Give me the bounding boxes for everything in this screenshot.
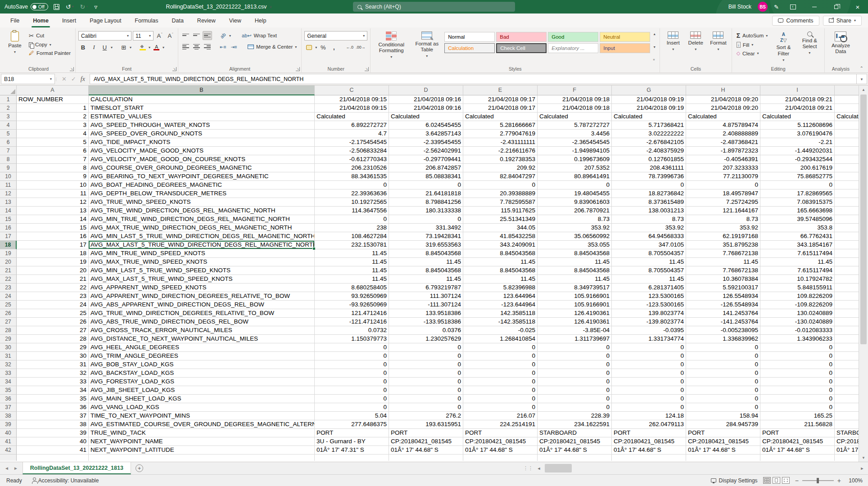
cell-H7[interactable]: -1.897872323 <box>686 147 760 155</box>
cell-E38[interactable]: 216.07 <box>463 412 538 420</box>
cell-B29[interactable]: AVG_DISTANCE_TO_NEXT_WAYPOINT_NAUTICAL_M… <box>89 335 315 343</box>
font-size-select[interactable]: 11▾ <box>133 31 154 40</box>
cell-I3[interactable]: Calculated <box>760 112 835 121</box>
cell-D14[interactable]: 180.3133338 <box>389 207 463 215</box>
cell-B21[interactable]: AVG_MIN_LAST_5_TRUE_WIND_SPEED_KNOTS <box>89 266 315 275</box>
cell-D39[interactable]: 193.6315951 <box>389 420 463 429</box>
column-header-I[interactable]: I <box>760 86 835 95</box>
cell-C10[interactable]: 88.34361535 <box>315 172 389 181</box>
minimize-button[interactable] <box>807 0 822 14</box>
cell-B17[interactable]: AVG_MIN_LAST_5_TRUE_WIND_DIRECTION_DEGS_… <box>89 232 315 241</box>
autosave-toggle[interactable]: AutoSave Off <box>5 3 48 10</box>
cell-D37[interactable]: 0 <box>389 403 463 412</box>
collapse-ribbon-button[interactable]: ⌃ <box>860 66 863 71</box>
cell-I42[interactable]: 01Â° 17' 44.68" S <box>760 446 835 454</box>
cell-I16[interactable]: 353.8 <box>760 224 835 232</box>
column-header-E[interactable]: E <box>463 86 538 95</box>
cell-B40[interactable]: TRUE_WIND_TACK <box>89 429 315 437</box>
middle-align-button[interactable] <box>192 31 201 40</box>
cell-E35[interactable]: 0 <box>463 386 538 395</box>
cell-A24[interactable]: 23 <box>17 292 89 301</box>
cell-C38[interactable]: 5.04 <box>315 412 389 420</box>
autosum-button[interactable]: ΣAutoSum▾ <box>735 31 770 40</box>
cell-B34[interactable]: AVG_FORESTAY_LOAD_KGS <box>89 378 315 386</box>
wrap-text-button[interactable]: ab↩Wrap Text <box>240 32 279 40</box>
scroll-right-button[interactable]: ► <box>858 466 866 471</box>
cell-F4[interactable]: 5.787272727 <box>538 121 612 130</box>
cell-H31[interactable]: 0 <box>686 352 760 360</box>
cell-C39[interactable]: 277.6486375 <box>315 420 389 429</box>
row-header-31[interactable]: 31 <box>0 352 17 360</box>
row-header-2[interactable]: 2 <box>0 104 17 112</box>
cell-C37[interactable]: 0 <box>315 403 389 412</box>
cell-F1[interactable]: 21/04/2018 09:18 <box>538 95 612 104</box>
cell-F6[interactable]: -2.365454545 <box>538 138 612 147</box>
cell-H24[interactable]: 126.5548934 <box>686 292 760 301</box>
cell-C25[interactable]: -93.92650969 <box>315 301 389 309</box>
gallery-more-button[interactable]: ≡ <box>653 58 656 61</box>
row-header-16[interactable]: 16 <box>0 224 17 232</box>
cell-C3[interactable]: Calculated <box>315 112 389 121</box>
cell-H39[interactable]: 284.945739 <box>686 420 760 429</box>
cell-G18[interactable]: 347.0105 <box>612 241 686 249</box>
cell-A36[interactable]: 35 <box>17 395 89 403</box>
cell-D24[interactable]: 111.307124 <box>389 292 463 301</box>
fill-color-button[interactable] <box>138 43 147 52</box>
cell-F35[interactable]: 0 <box>538 386 612 395</box>
increase-decimal-button[interactable]: ←.0 <box>345 43 354 52</box>
cell-F30[interactable]: 0 <box>538 343 612 352</box>
cell-G40[interactable]: PORT <box>612 429 686 437</box>
column-header-G[interactable]: G <box>612 86 686 95</box>
align-center-button[interactable] <box>192 42 201 51</box>
cell-F26[interactable]: 126.4190361 <box>538 309 612 318</box>
cell-B35[interactable]: AVG_JIB_SHEET_LOAD_KGS <box>89 386 315 395</box>
row-header-28[interactable]: 28 <box>0 326 17 335</box>
cell-I32[interactable]: 0 <box>760 360 835 369</box>
cell-I23[interactable]: 5.848155911 <box>760 284 835 292</box>
cell-C42[interactable]: 01Â° 17' 47.31" S <box>315 446 389 454</box>
cell-I19[interactable]: 7.615117494 <box>760 249 835 258</box>
cell-D30[interactable]: 0 <box>389 343 463 352</box>
cell-A28[interactable]: 27 <box>17 326 89 335</box>
cell-F8[interactable]: 0.199673609 <box>538 155 612 164</box>
cell-E13[interactable]: 7.782595587 <box>463 198 538 207</box>
cell-I25[interactable]: -109.8226209 <box>760 301 835 309</box>
cell-D7[interactable]: -2.562402991 <box>389 147 463 155</box>
cell-E37[interactable]: 0 <box>463 403 538 412</box>
cell-I12[interactable]: 17.82869565 <box>760 189 835 198</box>
cell-B33[interactable]: AVG_BACKSTAY_LOAD_KGS <box>89 369 315 378</box>
cell-D18[interactable]: 319.6553563 <box>389 241 463 249</box>
cell-B13[interactable]: AVG_TRUE_WIND_SPEED_KNOTS <box>89 198 315 207</box>
row-header-24[interactable]: 24 <box>0 292 17 301</box>
cell-E15[interactable]: 25.51341349 <box>463 215 538 224</box>
share-button[interactable]: Share ▾ <box>823 16 862 26</box>
cell-A21[interactable]: 20 <box>17 266 89 275</box>
cell-E32[interactable]: 0 <box>463 360 538 369</box>
cell-G32[interactable]: 0 <box>612 360 686 369</box>
cell-D26[interactable]: 133.9518386 <box>389 309 463 318</box>
cell-C5[interactable]: 4.7 <box>315 130 389 138</box>
cell-A2[interactable]: 1 <box>17 104 89 112</box>
cell-F3[interactable]: Calculated <box>538 112 612 121</box>
row-header-15[interactable]: 15 <box>0 215 17 224</box>
cell-G17[interactable]: 64.94568333 <box>612 232 686 241</box>
cell-D34[interactable]: 0 <box>389 378 463 386</box>
cell-E17[interactable]: 41.85432258 <box>463 232 538 241</box>
cell-B42[interactable]: NEXT_WAYPOINT_LATITUDE <box>89 446 315 454</box>
cell-C27[interactable]: -121.4712416 <box>315 318 389 326</box>
style-check-cell[interactable]: Check Cell <box>496 43 547 53</box>
cell-F34[interactable]: 0 <box>538 378 612 386</box>
previous-sheet-button[interactable]: ◄ <box>5 466 9 471</box>
cell-A17[interactable]: 16 <box>17 232 89 241</box>
cell-H12[interactable]: 18.49578947 <box>686 189 760 198</box>
column-header-J[interactable] <box>835 86 859 95</box>
cell-C20[interactable]: 11.45 <box>315 258 389 266</box>
autosave-switch[interactable]: Off <box>31 3 48 10</box>
cell-J12[interactable] <box>835 189 859 198</box>
cell-I30[interactable]: 0 <box>760 343 835 352</box>
cell-F20[interactable]: 11.45 <box>538 258 612 266</box>
cell-G28[interactable]: -0.0395 <box>612 326 686 335</box>
row-header-30[interactable]: 30 <box>0 343 17 352</box>
ribbon-display-options-button[interactable] <box>785 0 800 14</box>
cell-B18[interactable]: AVG_MAX_LAST_5_TRUE_WIND_DIRECTION_DEGS_… <box>89 241 315 249</box>
